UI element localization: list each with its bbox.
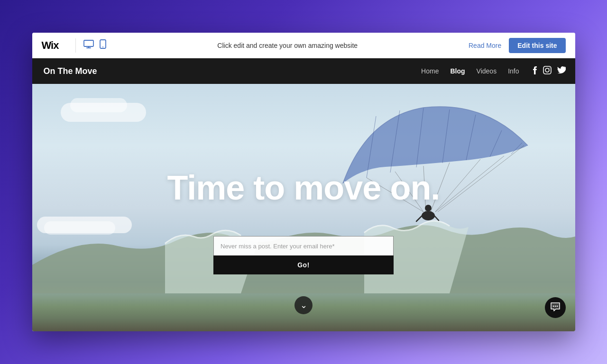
- nav-info[interactable]: Info: [508, 67, 519, 75]
- nav-home[interactable]: Home: [421, 67, 439, 75]
- svg-point-25: [554, 305, 556, 307]
- browser-window: Wix Click edit and create your own amazi…: [32, 33, 575, 331]
- paraglider-illustration: [329, 98, 547, 231]
- svg-point-24: [552, 305, 554, 307]
- read-more-link[interactable]: Read More: [469, 42, 501, 49]
- chat-icon: [550, 302, 561, 314]
- edit-site-button[interactable]: Edit this site: [509, 38, 565, 53]
- mobile-icon[interactable]: [100, 39, 106, 51]
- nav-blog[interactable]: Blog: [450, 67, 465, 75]
- svg-rect-0: [84, 40, 93, 46]
- instagram-icon[interactable]: [543, 66, 552, 76]
- facebook-icon[interactable]: [533, 66, 537, 76]
- cloud-2: [70, 98, 127, 112]
- twitter-icon[interactable]: [557, 66, 566, 76]
- divider: [75, 38, 76, 53]
- device-icons: [83, 39, 106, 51]
- social-icons: [533, 66, 566, 76]
- hero-headline: Time to move on.: [32, 168, 575, 207]
- svg-point-26: [556, 305, 558, 307]
- svg-point-20: [422, 211, 435, 220]
- editor-top-bar: Wix Click edit and create your own amazi…: [32, 33, 575, 58]
- svg-point-4: [545, 68, 549, 72]
- nav-videos[interactable]: Videos: [477, 67, 497, 75]
- nav-links: Home Blog Videos Info: [421, 67, 519, 75]
- hero-section: Time to move on. Go! ⌄: [32, 84, 575, 331]
- site-title: On The Move: [32, 58, 109, 84]
- wix-logo: Wix: [42, 39, 59, 52]
- hero-text-container: Time to move on.: [32, 168, 575, 207]
- site-nav: On The Move Home Blog Videos Info: [32, 58, 575, 84]
- scroll-down-button[interactable]: ⌄: [294, 296, 313, 314]
- chevron-down-icon: ⌄: [300, 301, 307, 309]
- editor-message: Click edit and create your own amazing w…: [106, 42, 469, 49]
- email-form: Go!: [213, 236, 394, 274]
- svg-point-2: [102, 46, 103, 47]
- svg-rect-3: [543, 66, 551, 74]
- nav-right: Home Blog Videos Info: [109, 66, 575, 76]
- desktop-icon[interactable]: [83, 40, 94, 51]
- svg-point-5: [549, 68, 550, 69]
- go-button[interactable]: Go!: [213, 255, 394, 274]
- chat-button[interactable]: [545, 297, 566, 318]
- email-input[interactable]: [213, 236, 394, 255]
